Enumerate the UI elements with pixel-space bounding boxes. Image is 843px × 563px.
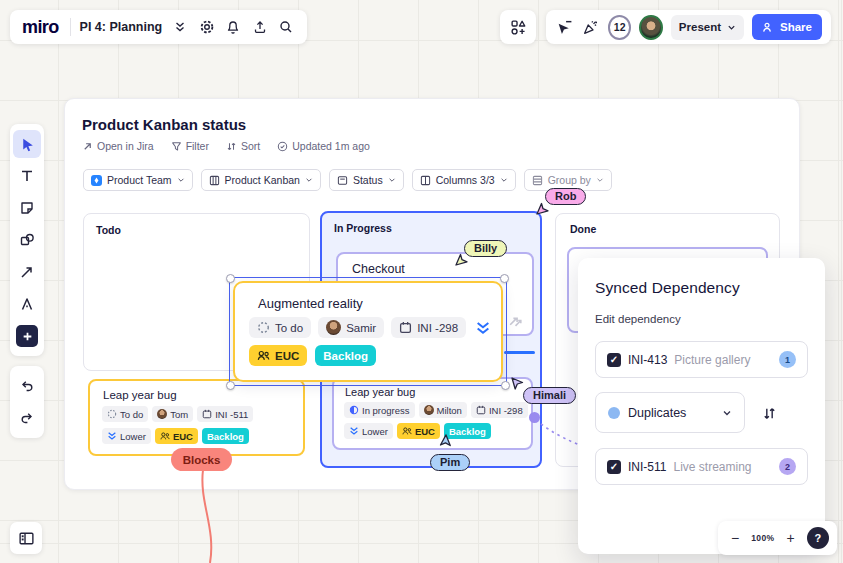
top-left-toolbar: miro PI 4: Planning bbox=[10, 10, 307, 44]
confetti-icon bbox=[582, 19, 599, 36]
team-chip[interactable]: EUC bbox=[155, 428, 198, 444]
zoom-in-button[interactable]: + bbox=[782, 529, 800, 547]
priority-icon[interactable] bbox=[475, 320, 491, 336]
chevron-down-icon bbox=[727, 23, 736, 32]
text-tool[interactable] bbox=[13, 162, 41, 190]
help-button[interactable]: ? bbox=[807, 527, 829, 549]
assignee-chip[interactable]: Samir bbox=[318, 317, 384, 338]
sort-arrows-icon bbox=[762, 406, 777, 421]
board-expand-button[interactable] bbox=[171, 18, 189, 36]
apps-button[interactable] bbox=[500, 10, 536, 44]
board-filter-button[interactable]: Product Kanban bbox=[201, 169, 321, 191]
user-avatar[interactable] bbox=[639, 15, 662, 40]
settings-button[interactable] bbox=[198, 18, 216, 36]
himali-cursor-label: Himali bbox=[523, 387, 576, 404]
reactions-button[interactable] bbox=[582, 18, 601, 36]
chip-row: Lower EUC Backlog bbox=[344, 423, 491, 439]
frame-title: Product Kanban status bbox=[82, 116, 246, 133]
shapes-tool[interactable] bbox=[13, 226, 41, 254]
team-chip[interactable]: EUC bbox=[249, 345, 307, 366]
pen-tool[interactable] bbox=[13, 290, 41, 318]
undo-button[interactable] bbox=[13, 372, 41, 400]
select-tool[interactable] bbox=[13, 130, 41, 158]
checkbox-checked[interactable]: ✓ bbox=[607, 353, 621, 367]
filter-link[interactable]: Filter bbox=[171, 140, 209, 152]
pim-cursor-icon bbox=[438, 434, 454, 450]
backlog-chip[interactable]: Backlog bbox=[315, 345, 376, 366]
zoom-out-button[interactable]: − bbox=[726, 529, 744, 547]
swap-direction-button[interactable] bbox=[758, 402, 780, 424]
issue-key-chip[interactable]: INI -298 bbox=[391, 317, 466, 338]
assignee-chip[interactable]: Tom bbox=[152, 406, 193, 422]
add-more-tools-button[interactable] bbox=[13, 322, 41, 350]
issue-key-chip[interactable]: INI -511 bbox=[197, 406, 253, 422]
calendar-icon bbox=[202, 409, 212, 419]
upload-icon bbox=[252, 19, 268, 35]
frames-panel-button[interactable] bbox=[10, 522, 42, 554]
follow-mode-button[interactable] bbox=[555, 18, 574, 36]
panel-subtitle: Edit dependency bbox=[595, 313, 681, 325]
miro-logo[interactable]: miro bbox=[22, 17, 59, 38]
assignee-chip[interactable]: Milton bbox=[419, 402, 467, 418]
zoom-level[interactable]: 100% bbox=[751, 533, 774, 543]
gear-icon bbox=[199, 19, 215, 35]
sticky-note-tool[interactable] bbox=[13, 194, 41, 222]
double-chevron-down-icon bbox=[174, 21, 186, 33]
redo-button[interactable] bbox=[13, 404, 41, 432]
augmented-reality-card[interactable]: Augmented reality To do Samir INI -298 E… bbox=[233, 281, 503, 382]
priority-chip[interactable]: Lower bbox=[102, 428, 151, 444]
notifications-button[interactable] bbox=[224, 18, 242, 36]
chip-row: To do Samir INI -298 bbox=[249, 317, 491, 338]
checkbox-checked[interactable]: ✓ bbox=[607, 460, 621, 474]
priority-chip[interactable]: Lower bbox=[344, 423, 393, 439]
frame-meta-row: Open in Jira Filter Sort Updated 1m ago bbox=[82, 140, 370, 152]
selection-handle[interactable] bbox=[500, 274, 509, 283]
selection-handle[interactable] bbox=[226, 274, 235, 283]
present-button[interactable]: Present bbox=[671, 15, 744, 40]
check-circle-icon bbox=[277, 141, 288, 152]
status-chip[interactable]: In progress bbox=[344, 402, 415, 418]
calendar-icon bbox=[476, 405, 486, 415]
search-button[interactable] bbox=[277, 18, 295, 36]
drop-indicator-line bbox=[504, 351, 535, 354]
issue-key-chip[interactable]: INI -298 bbox=[471, 402, 528, 418]
updated-status: Updated 1m ago bbox=[277, 140, 370, 152]
dependency-item[interactable]: ✓ INI-413 Picture gallery 1 bbox=[595, 341, 808, 378]
billy-cursor-label: Billy bbox=[464, 240, 507, 257]
backlog-chip[interactable]: Backlog bbox=[202, 428, 249, 444]
selection-handle[interactable] bbox=[226, 381, 235, 390]
chevron-down-icon bbox=[596, 176, 604, 184]
dependency-anchor-dot[interactable] bbox=[529, 412, 540, 423]
arrow-icon bbox=[19, 264, 35, 280]
columns-filter-button[interactable]: Columns 3/3 bbox=[412, 169, 516, 191]
dependency-item[interactable]: ✓ INI-511 Live streaming 2 bbox=[595, 448, 808, 485]
connector-tool[interactable] bbox=[13, 258, 41, 286]
status-chip[interactable]: To do bbox=[249, 317, 311, 338]
avatar bbox=[424, 405, 434, 415]
columns-icon bbox=[420, 175, 431, 186]
plus-icon bbox=[16, 325, 38, 347]
expand-card-icon[interactable] bbox=[507, 312, 524, 329]
team-filter-button[interactable]: Product Team bbox=[83, 169, 193, 191]
status-chip[interactable]: To do bbox=[102, 406, 148, 422]
rob-cursor-label: Rob bbox=[545, 188, 586, 205]
open-in-jira-link[interactable]: Open in Jira bbox=[82, 140, 154, 152]
board-name[interactable]: PI 4: Planning bbox=[80, 20, 163, 34]
tools-rail bbox=[10, 124, 44, 356]
collaborators-count[interactable]: 12 bbox=[608, 15, 631, 40]
relation-dropdown[interactable]: Duplicates bbox=[595, 392, 745, 433]
calendar-icon bbox=[399, 321, 412, 334]
chip-row: In progress Milton INI -298 bbox=[344, 402, 528, 418]
chevron-down-icon bbox=[177, 176, 185, 184]
sort-link[interactable]: Sort bbox=[226, 140, 260, 152]
blocks-connector-label[interactable]: Blocks bbox=[171, 448, 232, 471]
export-button[interactable] bbox=[251, 18, 269, 36]
team-chip[interactable]: EUC bbox=[397, 423, 440, 439]
status-filter-button[interactable]: Status bbox=[329, 169, 404, 191]
relation-color-dot bbox=[608, 407, 620, 419]
share-button[interactable]: Share bbox=[752, 14, 822, 40]
redo-icon bbox=[19, 410, 35, 426]
miro-canvas[interactable]: Product Kanban status Open in Jira Filte… bbox=[0, 0, 843, 563]
filter-icon bbox=[171, 141, 182, 152]
todo-leap-year-bug-card[interactable]: Leap year bug To do Tom INI -511 Lower bbox=[88, 379, 305, 456]
